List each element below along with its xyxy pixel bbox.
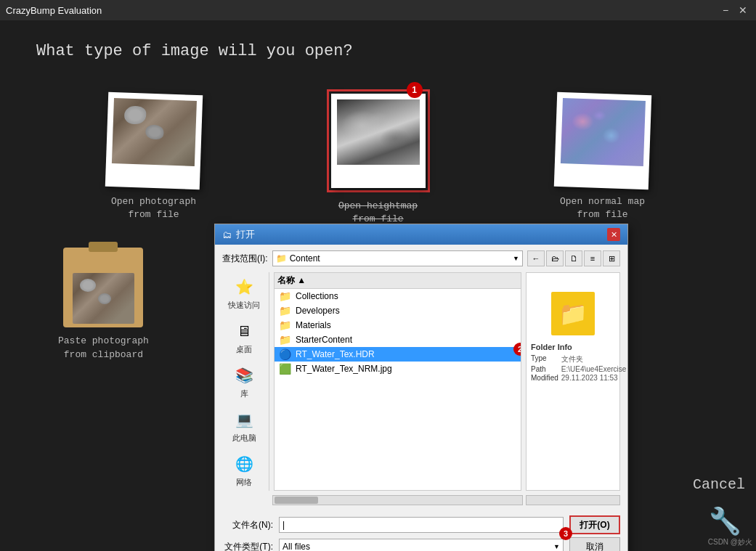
preview-folder-icon: 📁	[551, 292, 595, 335]
toolbar-icons: ← 🗁 🗋 ≡ ⊞	[527, 250, 620, 266]
desktop-icon: 🖥	[232, 319, 256, 343]
file-name-developers: Developers	[296, 306, 340, 316]
lookin-combo[interactable]: 📁 Content ▼	[272, 250, 523, 266]
badge-2: 2	[513, 343, 521, 356]
quick-access-label: 快速访问	[228, 300, 260, 311]
horizontal-scrollbar[interactable]	[272, 495, 523, 505]
folder-icon-materials: 📁	[279, 319, 291, 331]
filetype-row: 文件类型(T): All files ▼ 取消	[222, 537, 620, 551]
horizontal-scrollbar-right[interactable]	[526, 495, 620, 505]
filetype-combo[interactable]: All files ▼	[279, 539, 564, 551]
network-label: 网络	[236, 477, 252, 488]
dialog-overlay: 🗂 打开 ✕ 查找范围(I): 📁 Content ▼ ← 🗁	[0, 20, 756, 551]
dialog-titlebar: 🗂 打开 ✕	[215, 224, 627, 245]
info-modified-value: 29.11.2023 11:53	[561, 374, 627, 382]
file-list-area: 名称 ▲ 📁 Collections 📁 Developers	[274, 272, 521, 491]
lookin-label: 查找范围(I):	[222, 253, 268, 265]
toolbar-folder-button[interactable]: 🗁	[546, 250, 564, 266]
badge-3: 3	[559, 527, 572, 540]
file-item-collections[interactable]: 📁 Collections	[275, 289, 521, 303]
folder-info: Folder Info Type 文件夹 Path E:\UE4\ue4Exer…	[531, 343, 615, 382]
open-file-dialog: 🗂 打开 ✕ 查找范围(I): 📁 Content ▼ ← 🗁	[214, 224, 628, 551]
filename-label: 文件名(N):	[222, 519, 273, 531]
dialog-body: 查找范围(I): 📁 Content ▼ ← 🗁 🗋 ≡ ⊞	[215, 245, 627, 511]
dialog-sidebar: ⭐ 快速访问 🖥 桌面 📚 库 💻 此电脑	[222, 272, 269, 491]
dialog-title-icon: 🗂	[222, 229, 232, 240]
file-item-rt-water-hdr[interactable]: 🔵 RT_Water_Tex.HDR 2	[275, 347, 521, 362]
main-area: What type of image will you open? Open p…	[0, 20, 756, 551]
dialog-title-text: 打开	[236, 228, 255, 241]
dialog-main: ⭐ 快速访问 🖥 桌面 📚 库 💻 此电脑	[222, 272, 620, 491]
file-icon-jpg: 🟩	[279, 363, 291, 375]
file-item-materials[interactable]: 📁 Materials	[275, 318, 521, 332]
lookin-row: 查找范围(I): 📁 Content ▼ ← 🗁 🗋 ≡ ⊞	[222, 250, 620, 266]
sidebar-item-network[interactable]: 🌐 网络	[222, 449, 266, 491]
folder-small-icon: 📁	[276, 253, 287, 264]
file-item-starter-content[interactable]: 📁 StarterContent	[275, 332, 521, 347]
file-name-materials: Materials	[296, 320, 331, 330]
filename-input[interactable]	[279, 517, 564, 533]
info-path-value: E:\UE4\ue4Exercise	[561, 365, 627, 373]
file-item-developers[interactable]: 📁 Developers	[275, 303, 521, 318]
folder-icon-collections: 📁	[279, 290, 291, 302]
desktop-label: 桌面	[236, 344, 252, 355]
scrollbar-row	[272, 495, 620, 505]
folder-icon-developers: 📁	[279, 305, 291, 317]
open-button[interactable]: 打开(O)	[569, 515, 620, 534]
sidebar-item-library[interactable]: 📚 库	[222, 361, 266, 402]
toolbar-view-button[interactable]: ≡	[584, 250, 601, 266]
title-bar: CrazyBump Evaluation − ✕	[0, 0, 756, 20]
computer-label: 此电脑	[232, 433, 256, 444]
folder-info-rows: Type 文件夹 Path E:\UE4\ue4Exercise Modifie…	[531, 354, 615, 382]
filetype-label: 文件类型(T):	[222, 541, 273, 552]
dialog-cancel-button[interactable]: 取消	[569, 537, 620, 551]
toolbar-grid-button[interactable]: ⊞	[603, 250, 620, 266]
file-list-header[interactable]: 名称 ▲	[275, 273, 521, 289]
filetype-value: All files	[283, 542, 310, 551]
sidebar-item-quick-access[interactable]: ⭐ 快速访问	[222, 272, 266, 314]
quick-access-icon: ⭐	[232, 275, 256, 298]
toolbar-back-button[interactable]: ←	[527, 250, 545, 266]
app-title: CrazyBump Evaluation	[6, 5, 102, 16]
library-icon: 📚	[232, 364, 256, 387]
computer-icon: 💻	[232, 408, 256, 431]
file-name-rt-water-nrm: RT_Water_Tex_NRM.jpg	[296, 364, 392, 374]
network-icon: 🌐	[232, 452, 256, 476]
info-path-label: Path	[531, 365, 558, 373]
lookin-combo-arrow: ▼	[513, 255, 519, 262]
file-name-rt-water-hdr: RT_Water_Tex.HDR	[296, 349, 375, 359]
preview-area: 📁 Folder Info Type 文件夹 Path E:\UE4\ue4Ex…	[526, 272, 620, 491]
dialog-title-left: 🗂 打开	[222, 228, 255, 241]
info-modified-label: Modified	[531, 374, 558, 382]
name-column-header: 名称 ▲	[277, 274, 306, 287]
folder-icon-starter: 📁	[279, 334, 291, 346]
sidebar-item-desktop[interactable]: 🖥 桌面	[222, 317, 266, 358]
file-icon-hdr: 🔵	[279, 348, 291, 360]
file-name-collections: Collections	[296, 291, 338, 301]
filetype-combo-arrow: ▼	[553, 543, 560, 550]
folder-info-title: Folder Info	[531, 343, 615, 351]
title-bar-controls: − ✕	[718, 3, 750, 17]
sidebar-item-computer[interactable]: 💻 此电脑	[222, 405, 266, 446]
file-item-rt-water-nrm[interactable]: 🟩 RT_Water_Tex_NRM.jpg	[275, 362, 521, 376]
library-label: 库	[240, 388, 248, 399]
scrollbar-thumb	[275, 497, 318, 504]
toolbar-newfolder-button[interactable]: 🗋	[565, 250, 582, 266]
minimize-button[interactable]: −	[718, 3, 733, 17]
info-type-label: Type	[531, 354, 558, 364]
lookin-value: Content	[290, 253, 320, 264]
info-type-value: 文件夹	[561, 354, 627, 364]
dialog-close-button[interactable]: ✕	[607, 228, 620, 241]
close-button[interactable]: ✕	[736, 3, 750, 17]
file-name-starter-content: StarterContent	[296, 335, 352, 345]
